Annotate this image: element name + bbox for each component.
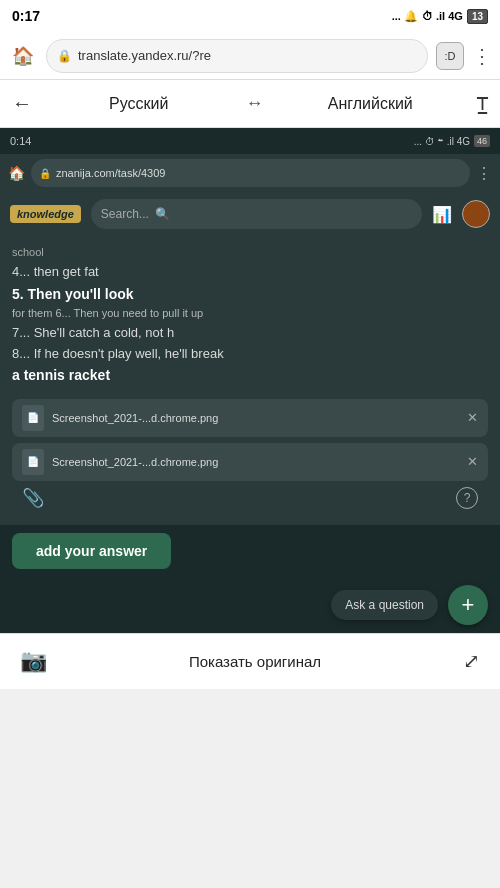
inner-network-icon: .il 4G [447, 136, 470, 147]
show-original-button[interactable]: Показать оригинал [189, 653, 321, 670]
stats-icon[interactable]: 📊 [432, 205, 452, 224]
address-bar[interactable]: 🔒 translate.yandex.ru/?re [46, 39, 428, 73]
attachments-list: 📄 Screenshot_2021-...d.chrome.png ✕ 📄 Sc… [12, 399, 488, 481]
search-box[interactable]: Search... 🔍 [91, 199, 422, 229]
help-icon[interactable]: ? [456, 487, 478, 509]
inner-url-text: znanija.com/task/4309 [56, 167, 165, 179]
file-attachment-2: 📄 Screenshot_2021-...d.chrome.png ✕ [12, 443, 488, 481]
content-text: 4... then get fat 5. Then you'll look fo… [12, 262, 488, 387]
content-line-5: 8... If he doesn't play well, he'll brea… [12, 344, 488, 365]
user-avatar[interactable] [462, 200, 490, 228]
text-mode-icon[interactable]: T̲ [477, 93, 488, 115]
lock-icon: 🔒 [57, 49, 72, 63]
search-icon: 🔍 [155, 207, 170, 221]
status-icons: ... 🔔 ⏱ .il 4G 13 [392, 9, 488, 24]
content-line-3: for them 6... Then you need to pull it u… [12, 305, 488, 323]
file-remove-1[interactable]: ✕ [467, 410, 478, 425]
status-bar: 0:17 ... 🔔 ⏱ .il 4G 13 [0, 0, 500, 32]
battery-icon: 13 [467, 9, 488, 24]
expand-icon[interactable]: ⤢ [463, 649, 480, 673]
fab-row: Ask a question + [0, 577, 500, 633]
ask-question-button[interactable]: Ask a question [331, 590, 438, 620]
inner-time: 0:14 [10, 135, 31, 147]
browser-address-bar: 🏠 🔒 translate.yandex.ru/?re :D ⋮ [0, 32, 500, 80]
add-answer-section: add your answer [0, 525, 500, 577]
inner-signal-icon: ... ⏱ ☁ [414, 136, 443, 147]
file-name-2: Screenshot_2021-...d.chrome.png [52, 456, 459, 468]
url-text: translate.yandex.ru/?re [78, 48, 417, 63]
file-icon-2: 📄 [22, 449, 44, 475]
back-button[interactable]: ← [12, 92, 32, 115]
school-label: school [12, 246, 488, 258]
attach-icon[interactable]: 📎 [22, 487, 44, 509]
bottom-bar: 📷 Показать оригинал ⤢ [0, 633, 500, 689]
file-attachment-1: 📄 Screenshot_2021-...d.chrome.png ✕ [12, 399, 488, 437]
inner-lock-icon: 🔒 [39, 168, 51, 179]
search-placeholder: Search... [101, 207, 149, 221]
inner-browser-bar: 🏠 🔒 znanija.com/task/4309 ⋮ [0, 154, 500, 192]
home-button[interactable]: 🏠 [8, 41, 38, 71]
file-remove-2[interactable]: ✕ [467, 454, 478, 469]
inner-battery-icon: 46 [474, 135, 490, 147]
content-line-6: a tennis racket [12, 364, 488, 386]
content-line-1: 4... then get fat [12, 262, 488, 283]
status-time: 0:17 [12, 8, 40, 24]
inner-home-icon: 🏠 [8, 165, 25, 181]
swap-languages-icon[interactable]: ↔ [246, 93, 264, 114]
content-area: school 4... then get fat 5. Then you'll … [0, 236, 500, 525]
language-to[interactable]: Английский [272, 95, 470, 113]
file-icon-1: 📄 [22, 405, 44, 431]
content-line-2: 5. Then you'll look [12, 283, 488, 305]
inner-status-icons: ... ⏱ ☁ .il 4G 46 [414, 135, 490, 147]
knowledge-navbar: knowledge Search... 🔍 📊 [0, 192, 500, 236]
file-name-1: Screenshot_2021-...d.chrome.png [52, 412, 459, 424]
language-from[interactable]: Русский [40, 95, 238, 113]
content-line-4: 7... She'll catch a cold, not h [12, 323, 488, 344]
inner-status-bar: 0:14 ... ⏱ ☁ .il 4G 46 [0, 128, 500, 154]
inner-menu-button[interactable]: ⋮ [476, 164, 492, 183]
knowledge-logo[interactable]: knowledge [10, 205, 81, 223]
network-icon: ⏱ .il 4G [422, 10, 463, 22]
inner-address-bar[interactable]: 🔒 znanija.com/task/4309 [31, 159, 470, 187]
browser-menu-button[interactable]: ⋮ [472, 44, 492, 68]
add-answer-button[interactable]: add your answer [12, 533, 171, 569]
camera-icon[interactable]: 📷 [20, 648, 47, 674]
signal-icon: ... 🔔 [392, 10, 418, 23]
inner-screenshot: 0:14 ... ⏱ ☁ .il 4G 46 🏠 🔒 znanija.com/t… [0, 128, 500, 633]
fab-plus-button[interactable]: + [448, 585, 488, 625]
editor-bottom-icons: 📎 ? [12, 481, 488, 515]
tab-switcher[interactable]: :D [436, 42, 464, 70]
translation-bar: ← Русский ↔ Английский T̲ [0, 80, 500, 128]
